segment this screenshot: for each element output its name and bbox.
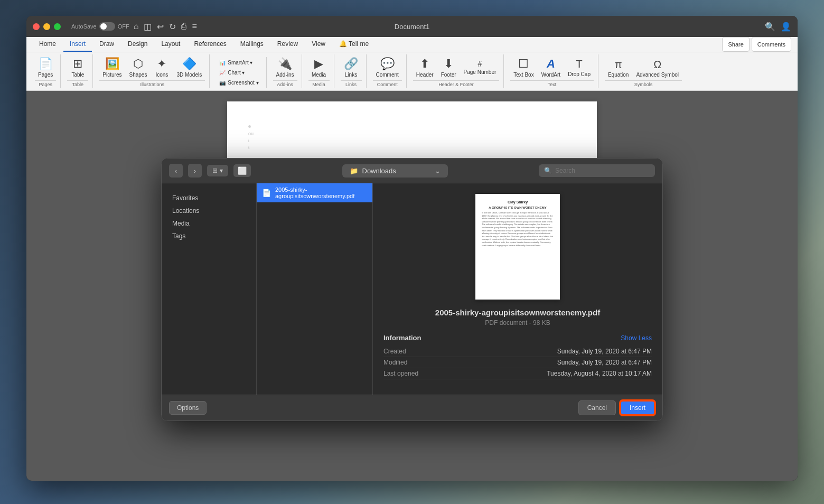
tab-view[interactable]: View bbox=[305, 37, 332, 52]
view-toggle-button[interactable]: ⊞ ▾ bbox=[207, 165, 228, 176]
modified-value: Sunday, July 19, 2020 at 6:47 PM bbox=[557, 359, 652, 366]
footer-icon: ⬇ bbox=[444, 57, 453, 71]
sidebar-item-tags[interactable]: Tags bbox=[168, 230, 250, 242]
maximize-button[interactable] bbox=[54, 23, 61, 30]
ribbon-header[interactable]: ⬆ Header bbox=[413, 55, 437, 79]
ribbon-page-number[interactable]: # Page Number bbox=[461, 58, 500, 77]
pictures-icon: 🖼️ bbox=[105, 57, 119, 71]
comments-button[interactable]: Comments bbox=[752, 37, 791, 52]
modified-label: Modified bbox=[383, 359, 407, 366]
last-opened-value: Tuesday, August 4, 2020 at 10:17 AM bbox=[547, 370, 652, 377]
search-icon: 🔍 bbox=[544, 167, 552, 174]
info-title: Information bbox=[383, 334, 422, 342]
equation-icon: π bbox=[615, 59, 622, 71]
search-icon[interactable]: 🔍 bbox=[765, 22, 775, 32]
sidebar-item-media[interactable]: Media bbox=[168, 217, 250, 230]
ribbon-group-links: 🔗 Links Links bbox=[336, 54, 367, 88]
pdf-preview: Clay Shirky A GROUP IS ITS OWN WORST ENE… bbox=[475, 194, 560, 300]
ribbon-tab-right: Share Comments bbox=[722, 37, 791, 52]
ribbon-shapes[interactable]: ⬡ Shapes bbox=[126, 55, 150, 79]
tab-mailings[interactable]: Mailings bbox=[234, 37, 270, 52]
preview-file-meta: PDF document - 98 KB bbox=[485, 319, 550, 326]
tab-tell-me[interactable]: 🔔 Tell me bbox=[333, 37, 375, 52]
options-button[interactable]: Options bbox=[169, 401, 207, 415]
ribbon-group-pages: 📄 Pages Pages bbox=[31, 54, 61, 88]
ribbon-addins[interactable]: 🔌 Add-ins bbox=[273, 55, 297, 79]
back-button[interactable]: ‹ bbox=[169, 164, 183, 178]
minimize-button[interactable] bbox=[43, 23, 50, 30]
links-icon: 🔗 bbox=[344, 57, 358, 71]
ribbon-table[interactable]: ⊞ Table bbox=[67, 55, 88, 79]
dialog-sidebar: Favorites Locations Media Tags bbox=[162, 183, 257, 395]
ribbon-3d-models[interactable]: 🔷 3D Models bbox=[173, 55, 205, 79]
window-title: Document1 bbox=[395, 23, 429, 31]
wordart-icon: A bbox=[547, 57, 555, 71]
folder-view-button[interactable]: ⬜ bbox=[233, 164, 251, 177]
info-header: Information Show Less bbox=[383, 334, 652, 342]
save-icon[interactable]: ◫ bbox=[144, 22, 152, 32]
tab-insert[interactable]: Insert bbox=[63, 37, 92, 52]
ribbon-chart[interactable]: 📈 Chart ▾ bbox=[216, 68, 261, 77]
location-dropdown[interactable]: 📁 Downloads ⌄ bbox=[342, 164, 448, 178]
redo-icon[interactable]: ↻ bbox=[169, 22, 176, 32]
tab-references[interactable]: References bbox=[188, 37, 232, 52]
ribbon-screenshot[interactable]: 📷 Screenshot ▾ bbox=[216, 78, 261, 87]
preview-file-name: 2005-shirky-agroupisitsownworstenemy.pdf bbox=[435, 308, 600, 317]
ribbon-advanced-symbol[interactable]: Ω Advanced Symbol bbox=[633, 57, 682, 79]
pages-icon: 📄 bbox=[39, 57, 53, 71]
show-less-link[interactable]: Show Less bbox=[621, 334, 652, 342]
ribbon-links[interactable]: 🔗 Links bbox=[341, 55, 362, 79]
tab-draw[interactable]: Draw bbox=[93, 37, 120, 52]
ribbon-icons[interactable]: ✦ Icons bbox=[151, 55, 172, 79]
sidebar-item-favorites[interactable]: Favorites bbox=[168, 192, 250, 204]
search-input[interactable] bbox=[555, 167, 650, 174]
ribbon: Home Insert Draw Design Layout Reference… bbox=[26, 37, 798, 91]
share-button[interactable]: Share bbox=[722, 37, 749, 52]
ribbon-footer[interactable]: ⬇ Footer bbox=[438, 55, 460, 79]
insert-button[interactable]: Insert bbox=[620, 400, 655, 415]
created-label: Created bbox=[383, 348, 406, 355]
ribbon-pages[interactable]: 📄 Pages bbox=[35, 55, 56, 79]
file-list: 📄 2005-shirky-agroupisitsownworstenemy.p… bbox=[257, 183, 373, 395]
cancel-button[interactable]: Cancel bbox=[578, 400, 616, 415]
ribbon-equation[interactable]: π Equation bbox=[605, 57, 632, 79]
tab-review[interactable]: Review bbox=[271, 37, 304, 52]
ribbon-smartart[interactable]: 📊 SmartArt ▾ bbox=[216, 58, 261, 67]
file-pdf-icon: 📄 bbox=[262, 189, 271, 197]
file-name: 2005-shirky-agroupisitsownworstenemy.pdf bbox=[275, 186, 367, 199]
pdf-author: Clay Shirky bbox=[482, 200, 554, 204]
file-picker-dialog: ‹ › ⊞ ▾ ⬜ 📁 Downloads ⌄ 🔍 bbox=[161, 158, 663, 421]
screenshot-icon: 📷 bbox=[219, 80, 226, 86]
tab-design[interactable]: Design bbox=[121, 37, 154, 52]
search-box: 🔍 bbox=[539, 164, 655, 177]
tab-layout[interactable]: Layout bbox=[155, 37, 186, 52]
ribbon-group-illustrations: 🖼️ Pictures ⬡ Shapes ✦ Icons 🔷 3D Models bbox=[95, 54, 210, 88]
ribbon-comment[interactable]: 💬 Comment bbox=[373, 55, 402, 79]
close-button[interactable] bbox=[33, 23, 40, 30]
ribbon-media[interactable]: ▶ Media bbox=[308, 55, 330, 79]
forward-button[interactable]: › bbox=[188, 164, 202, 178]
ribbon-wordart[interactable]: A WordArt bbox=[538, 55, 564, 79]
tab-home[interactable]: Home bbox=[33, 37, 62, 52]
created-value: Sunday, July 19, 2020 at 6:47 PM bbox=[557, 348, 652, 355]
comment-icon: 💬 bbox=[380, 57, 395, 71]
dialog-overlay: ‹ › ⊞ ▾ ⬜ 📁 Downloads ⌄ 🔍 bbox=[26, 91, 798, 481]
ribbon-textbox[interactable]: ☐ Text Box bbox=[510, 55, 537, 79]
info-section: Information Show Less Created Sunday, Ju… bbox=[383, 334, 652, 379]
dropcap-icon: T bbox=[576, 58, 582, 70]
mac-window: AutoSave OFF ⌂ ◫ ↩ ↻ ⎙ ≡ Document1 🔍 👤 bbox=[26, 16, 798, 481]
pdf-doc-title: A GROUP IS ITS OWN WORST ENEMY bbox=[482, 206, 554, 209]
customize-icon[interactable]: ≡ bbox=[192, 22, 196, 31]
ribbon-dropcap[interactable]: T Drop Cap bbox=[565, 57, 594, 79]
print-icon[interactable]: ⎙ bbox=[181, 22, 186, 31]
ribbon-group-addins: 🔌 Add-ins Add-ins bbox=[269, 54, 302, 88]
ribbon-pictures[interactable]: 🖼️ Pictures bbox=[99, 55, 125, 79]
3d-models-icon: 🔷 bbox=[182, 57, 196, 71]
sidebar-item-locations[interactable]: Locations bbox=[168, 204, 250, 217]
ribbon-group-media: ▶ Media Media bbox=[304, 54, 334, 88]
home-icon[interactable]: ⌂ bbox=[134, 22, 139, 31]
user-icon[interactable]: 👤 bbox=[781, 22, 791, 32]
file-item[interactable]: 📄 2005-shirky-agroupisitsownworstenemy.p… bbox=[257, 183, 372, 202]
autosave-toggle[interactable] bbox=[99, 22, 115, 31]
undo-icon[interactable]: ↩ bbox=[157, 22, 164, 32]
